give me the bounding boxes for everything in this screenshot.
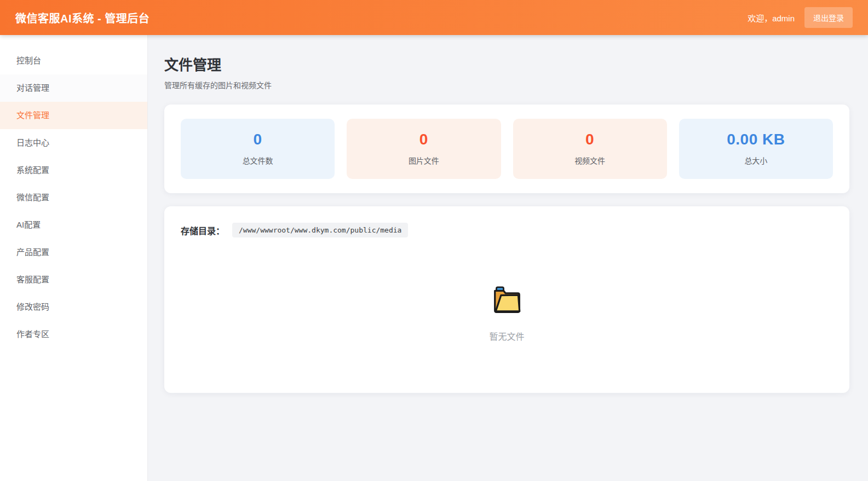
sidebar-item-files[interactable]: 文件管理 (0, 102, 147, 129)
empty-files-text: 暂无文件 (181, 329, 833, 343)
stat-image-files-label: 图片文件 (352, 155, 495, 166)
stat-image-files-value: 0 (352, 131, 495, 148)
storage-directory-row: 存储目录： /www/wwwroot/www.dkym.com/public/m… (181, 223, 833, 237)
empty-state: 暂无文件 (181, 237, 833, 393)
welcome-text: 欢迎，admin (748, 12, 795, 24)
main-content: 文件管理 管理所有缓存的图片和视频文件 0 总文件数 0 图片文件 0 视频文件… (148, 35, 868, 481)
stat-image-files: 0 图片文件 (347, 119, 501, 179)
open-folder-icon (491, 286, 523, 316)
header-right: 欢迎，admin 退出登录 (748, 7, 853, 28)
stat-total-size-label: 总大小 (685, 155, 827, 166)
logout-button[interactable]: 退出登录 (804, 7, 853, 28)
stat-video-files: 0 视频文件 (513, 119, 667, 179)
files-panel: 存储目录： /www/wwwroot/www.dkym.com/public/m… (164, 206, 849, 393)
sidebar-item-logs[interactable]: 日志中心 (0, 129, 147, 157)
sidebar-item-wechat-config[interactable]: 微信配置 (0, 184, 147, 211)
sidebar-item-product-config[interactable]: 产品配置 (0, 239, 147, 266)
page-subtitle: 管理所有缓存的图片和视频文件 (164, 79, 849, 90)
stats-panel: 0 总文件数 0 图片文件 0 视频文件 0.00 KB 总大小 (164, 105, 849, 193)
app-title: 微信客服AI系统 - 管理后台 (15, 10, 150, 26)
sidebar-item-conversations[interactable]: 对话管理 (0, 74, 147, 102)
sidebar-item-system-config[interactable]: 系统配置 (0, 157, 147, 184)
sidebar-item-change-password[interactable]: 修改密码 (0, 293, 147, 321)
page-title: 文件管理 (164, 54, 849, 74)
app-header: 微信客服AI系统 - 管理后台 欢迎，admin 退出登录 (0, 0, 868, 35)
stat-total-size: 0.00 KB 总大小 (679, 119, 833, 179)
sidebar-item-dashboard[interactable]: 控制台 (0, 47, 147, 74)
stat-total-size-value: 0.00 KB (685, 131, 827, 148)
storage-directory-path: /www/wwwroot/www.dkym.com/public/media (232, 223, 408, 237)
stat-video-files-value: 0 (519, 131, 662, 148)
layout: 控制台 对话管理 文件管理 日志中心 系统配置 微信配置 AI配置 产品配置 客… (0, 35, 868, 481)
storage-directory-label: 存储目录： (181, 224, 225, 237)
sidebar-item-ai-config[interactable]: AI配置 (0, 211, 147, 239)
stat-total-files: 0 总文件数 (181, 119, 335, 179)
stat-video-files-label: 视频文件 (519, 155, 662, 166)
sidebar-item-service-config[interactable]: 客服配置 (0, 266, 147, 293)
sidebar-nav: 控制台 对话管理 文件管理 日志中心 系统配置 微信配置 AI配置 产品配置 客… (0, 47, 147, 348)
sidebar-item-author-zone[interactable]: 作者专区 (0, 321, 147, 348)
sidebar: 控制台 对话管理 文件管理 日志中心 系统配置 微信配置 AI配置 产品配置 客… (0, 35, 148, 481)
stat-total-files-value: 0 (186, 131, 329, 148)
stat-total-files-label: 总文件数 (186, 155, 329, 166)
